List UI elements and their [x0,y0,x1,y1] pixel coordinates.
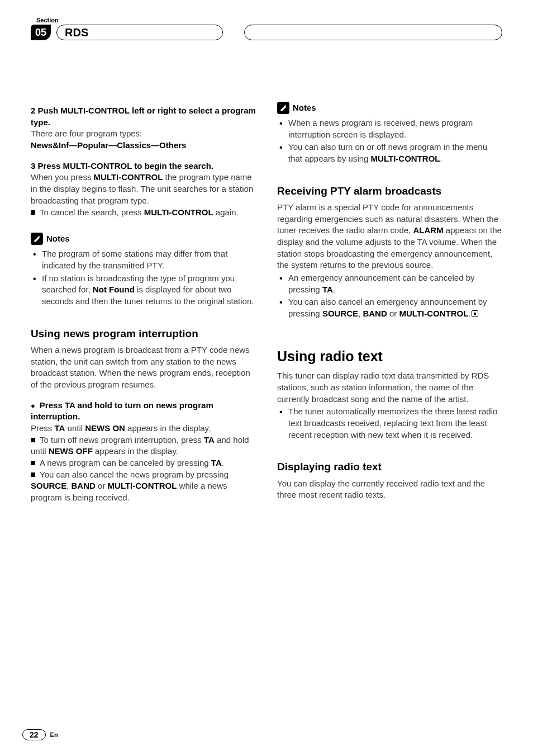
right-column: Notes When a news program is received, n… [277,102,502,504]
notes-list: When a news program is received, news pr… [277,117,502,165]
news-step-heading: Press TA and hold to turn on news progra… [31,400,256,423]
end-section-icon [472,310,478,317]
text: To turn off news program interruption, p… [40,435,204,445]
pencil-icon [31,233,43,245]
square-bullet-icon [31,438,35,442]
note-item: When a news program is received, news pr… [277,117,502,140]
note-item: You can also turn on or off news program… [277,141,502,164]
step3-body: When you press MULTI-CONTROL the program… [31,172,256,206]
text: . [440,154,442,163]
square-bullet-icon [31,472,35,477]
news-sub3: You can also cancel the news program by … [31,469,256,504]
news-intro: When a news program is broadcast from a … [31,344,256,391]
step3-sub: To cancel the search, press MULTI-CONTRO… [31,207,256,219]
radio-list: The tuner automatically memorizes the th… [277,406,502,441]
pty-list: An emergency announcement can be cancele… [277,272,502,320]
heading-displaying-radio-text: Displaying radio text [277,460,502,474]
text: . [333,285,335,294]
text-bold: SOURCE [31,481,66,490]
text-bold: MULTI-CONTROL [371,154,440,163]
text: To cancel the search, press [40,207,144,217]
text-bold: BAND [72,481,96,490]
section-label: Section [36,17,502,23]
notes-label: Notes [293,102,316,114]
text: An emergency announcement can be cancele… [288,273,475,294]
text-bold: TA [55,423,65,433]
text: or [96,481,108,490]
chapter-title-tab: RDS [56,25,223,40]
news-sub2: A news program can be canceled by pressi… [31,457,256,469]
notes-header: Notes [277,102,502,114]
step3-heading: 3 Press MULTI-CONTROL to begin the searc… [31,160,256,172]
step2-body: There are four program types: [31,128,256,140]
left-column: 2 Push MULTI-CONTROL left or right to se… [31,102,256,504]
chapter-number-badge: 05 [31,25,51,40]
news-sub1: To turn off news program interruption, p… [31,434,256,457]
display-body: You can display the currently received r… [277,478,502,501]
text: Press [31,423,55,433]
heading-news-interruption: Using news program interruption [31,327,256,341]
square-bullet-icon [31,461,35,465]
radio-intro: This tuner can display radio text data t… [277,370,502,405]
text-bold: TA [204,435,215,445]
text-bold: TA [322,285,333,294]
page-footer: 22 En [22,729,58,740]
square-bullet-icon [31,210,35,215]
text-bold: MULTI-CONTROL [399,309,468,318]
notes-label: Notes [46,233,70,245]
text: A news program can be canceled by pressi… [40,458,211,467]
text: until [65,423,85,433]
language-label: En [50,731,58,738]
text-bold: NEWS OFF [49,446,93,456]
text: . [468,309,470,318]
text: or [387,309,399,318]
text-bold: TA [211,458,222,467]
text-bold: BAND [363,309,387,318]
note-item: If no station is broadcasting the type o… [31,273,256,308]
notes-header: Notes [31,233,256,245]
chapter-title: RDS [65,26,88,39]
text-bold: MULTI-CONTROL [94,172,163,182]
page-header: 05 RDS [31,25,502,40]
news-step-body: Press TA until NEWS ON appears in the di… [31,423,256,434]
notes-list: The program of some stations may differ … [31,248,256,307]
text-bold: SOURCE [322,309,358,318]
step2-heading: 2 Push MULTI-CONTROL left or right to se… [31,105,256,128]
text: appears in the display. [93,446,178,456]
text-bold: NEWS ON [85,423,125,433]
step2-types: News&Inf—Popular—Classics—Others [31,140,256,152]
list-item: You can also cancel an emergency announc… [277,296,502,319]
pencil-icon [277,102,289,114]
note-item: The program of some stations may differ … [31,248,256,271]
pty-body: PTY alarm is a special PTY code for anno… [277,202,502,271]
text: again. [213,207,239,217]
text-bold: MULTI-CONTROL [144,207,213,217]
text-bold: Not Found [93,285,135,294]
text: . [222,458,224,467]
text: When you press [31,172,94,182]
heading-pty-alarm: Receiving PTY alarm broadcasts [277,184,502,199]
text-bold: ALARM [413,225,443,235]
text: You can also cancel the news program by … [40,470,229,479]
text: , [66,481,71,490]
empty-header-tab [244,25,502,40]
list-item: An emergency announcement can be cancele… [277,272,502,295]
page-number: 22 [22,729,46,740]
list-item: The tuner automatically memorizes the th… [277,406,502,441]
text: appears in the display. [125,423,211,433]
heading-radio-text: Using radio text [277,347,502,366]
text-bold: MULTI-CONTROL [108,481,177,490]
